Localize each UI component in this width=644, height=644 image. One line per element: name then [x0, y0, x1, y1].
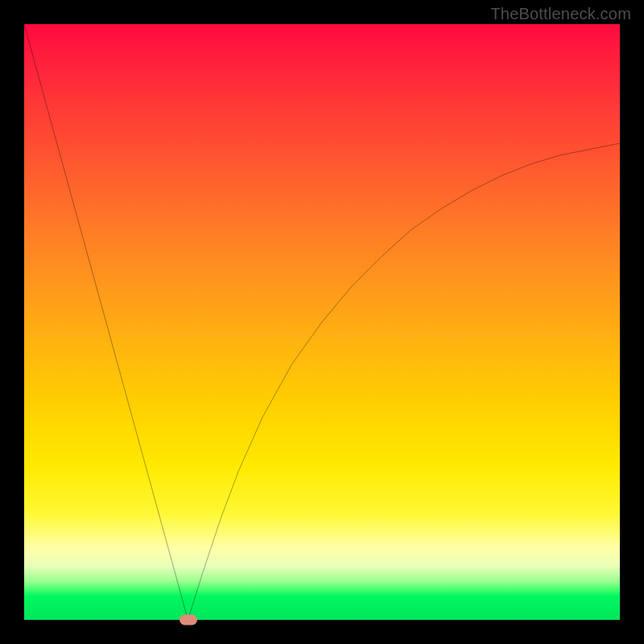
curve-left-branch — [24, 24, 188, 620]
chart-frame: TheBottleneck.com — [0, 0, 644, 644]
chart-curve — [24, 24, 620, 620]
minimum-marker — [180, 615, 197, 625]
watermark-text: TheBottleneck.com — [490, 5, 631, 23]
curve-right-branch — [188, 143, 621, 620]
